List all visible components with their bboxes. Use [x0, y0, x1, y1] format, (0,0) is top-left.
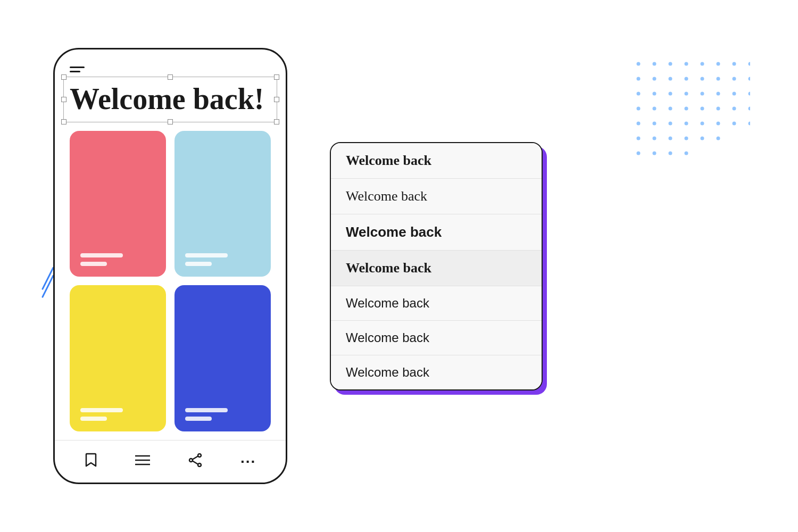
svg-point-12 [701, 77, 704, 81]
svg-point-7 [749, 62, 751, 66]
card-blue[interactable] [174, 285, 271, 431]
card-line [80, 253, 123, 257]
hamburger-menu-icon[interactable] [70, 66, 85, 72]
font-item-light[interactable]: Welcome back [331, 286, 542, 321]
font-item-label: Welcome back [346, 224, 442, 240]
font-item-light2[interactable]: Welcome back [331, 321, 542, 355]
phone-content-area: Welcome back! [55, 49, 286, 440]
font-item-label: Welcome back [346, 296, 429, 310]
font-item-thin[interactable]: Welcome back [331, 355, 542, 389]
svg-point-3 [685, 62, 688, 66]
card-teal[interactable] [174, 131, 271, 277]
svg-point-37 [717, 122, 720, 126]
svg-point-24 [637, 107, 641, 111]
svg-point-45 [717, 137, 720, 140]
bookmark-icon[interactable] [85, 453, 97, 471]
card-line [185, 253, 228, 257]
svg-point-0 [637, 62, 641, 66]
title-selection-area[interactable]: Welcome back! [70, 83, 271, 116]
handle-top-left[interactable] [61, 74, 66, 80]
card-line [185, 262, 212, 266]
svg-point-48 [669, 152, 672, 155]
svg-point-38 [733, 122, 736, 126]
svg-point-21 [717, 92, 720, 96]
font-item-normal[interactable]: Welcome back [331, 179, 542, 214]
card-teal-lines [185, 253, 260, 266]
svg-point-9 [653, 77, 656, 81]
card-blue-lines [185, 408, 260, 421]
svg-line-57 [193, 461, 198, 464]
svg-point-14 [733, 77, 736, 81]
handle-top-right[interactable] [274, 74, 279, 80]
svg-point-16 [637, 92, 641, 96]
svg-point-1 [653, 62, 656, 66]
card-line [80, 262, 107, 266]
card-line [80, 408, 123, 412]
handle-top-center[interactable] [168, 74, 173, 80]
card-line [185, 408, 228, 412]
font-item-bold[interactable]: Welcome back [331, 143, 542, 179]
svg-point-2 [669, 62, 672, 66]
svg-point-42 [669, 137, 672, 140]
svg-point-13 [717, 77, 720, 81]
svg-point-28 [701, 107, 704, 111]
svg-point-26 [669, 107, 672, 111]
svg-point-43 [685, 137, 688, 140]
card-grid [70, 131, 271, 440]
svg-point-19 [685, 92, 688, 96]
card-line [80, 417, 107, 421]
font-item-label: Welcome back [346, 188, 427, 204]
font-item-heavy[interactable]: Welcome back [331, 214, 542, 251]
handle-middle-right[interactable] [274, 97, 279, 102]
svg-point-44 [701, 137, 704, 140]
svg-point-31 [749, 107, 751, 111]
scene: // We'll do this in SVG directly [53, 27, 745, 505]
svg-point-11 [685, 77, 688, 81]
card-yellow-lines [80, 408, 155, 421]
svg-point-18 [669, 92, 672, 96]
svg-point-25 [653, 107, 656, 111]
card-red-lines [80, 253, 155, 266]
card-yellow[interactable] [70, 285, 166, 431]
font-item-label: Welcome back [346, 365, 429, 379]
svg-line-56 [193, 456, 198, 459]
svg-point-49 [685, 152, 688, 155]
svg-point-35 [685, 122, 688, 126]
svg-point-22 [733, 92, 736, 96]
card-red[interactable] [70, 131, 166, 277]
svg-point-46 [637, 152, 641, 155]
dot-grid-decoration: // We'll do this in SVG directly [633, 59, 750, 165]
svg-point-4 [701, 62, 704, 66]
menu-line-2 [70, 71, 80, 72]
svg-point-47 [653, 152, 656, 155]
svg-point-20 [701, 92, 704, 96]
handle-bottom-center[interactable] [168, 119, 173, 124]
svg-point-23 [749, 92, 751, 96]
card-line [185, 417, 212, 421]
font-list: Welcome back Welcome back Welcome back W… [331, 143, 542, 389]
font-item-semibold[interactable]: Welcome back [331, 251, 542, 286]
font-item-label: Welcome back [346, 330, 429, 345]
svg-point-5 [717, 62, 720, 66]
svg-point-29 [717, 107, 720, 111]
svg-point-27 [685, 107, 688, 111]
svg-point-15 [749, 77, 751, 81]
svg-point-40 [637, 137, 641, 140]
handle-bottom-left[interactable] [61, 119, 66, 124]
svg-point-39 [749, 122, 751, 126]
share-icon[interactable] [188, 453, 203, 470]
lines-icon[interactable] [135, 454, 150, 469]
svg-point-6 [733, 62, 736, 66]
svg-point-36 [701, 122, 704, 126]
svg-point-32 [637, 122, 641, 126]
phone-bottom-nav: ··· [55, 440, 286, 483]
more-icon[interactable]: ··· [240, 453, 256, 470]
handle-middle-left[interactable] [61, 97, 66, 102]
svg-point-34 [669, 122, 672, 126]
svg-point-8 [637, 77, 641, 81]
svg-point-30 [733, 107, 736, 111]
handle-bottom-right[interactable] [274, 119, 279, 124]
font-panel: Welcome back Welcome back Welcome back W… [330, 142, 543, 390]
svg-point-33 [653, 122, 656, 126]
svg-point-41 [653, 137, 656, 140]
